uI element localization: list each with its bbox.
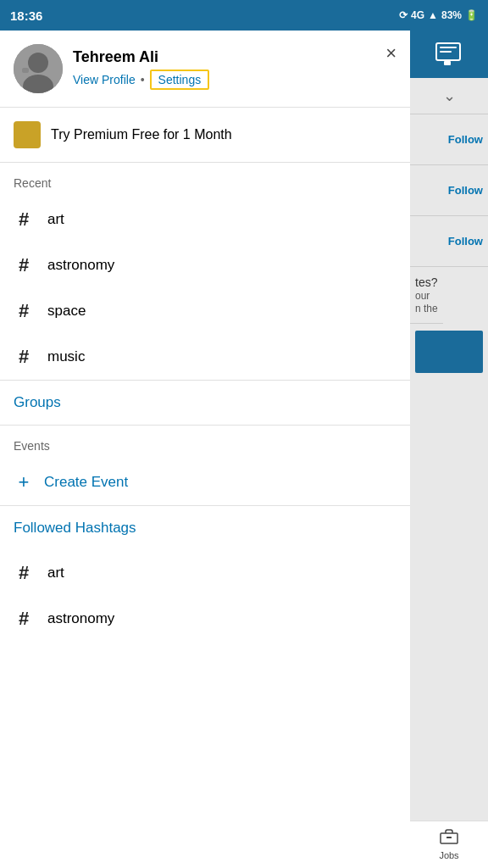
followed-hashtag-icon-1: # xyxy=(14,562,34,584)
rotate-icon: ⟳ xyxy=(399,9,408,21)
jobs-label: Jobs xyxy=(439,850,458,860)
view-profile-link[interactable]: View Profile xyxy=(73,73,136,86)
profile-info: Tehreem Ali View Profile • Settings xyxy=(73,48,396,90)
svg-rect-6 xyxy=(440,51,452,53)
dot-separator: • xyxy=(141,73,145,86)
battery-icon: 🔋 xyxy=(465,9,478,21)
followed-hashtag-label-1: art xyxy=(47,565,64,581)
battery-level: 83% xyxy=(441,9,462,21)
events-section-label: Events xyxy=(0,426,410,459)
close-button[interactable]: × xyxy=(385,44,396,63)
hashtag-item-astronomy-recent[interactable]: # astronomy xyxy=(0,242,410,288)
jobs-icon xyxy=(440,829,458,849)
premium-banner[interactable]: Try Premium Free for 1 Month xyxy=(0,108,410,163)
avatar xyxy=(14,44,63,93)
follow-row-3: Follow xyxy=(410,216,488,267)
follow-row-1: Follow xyxy=(410,114,488,165)
profile-links: View Profile • Settings xyxy=(73,70,396,90)
groups-link[interactable]: Groups xyxy=(0,381,410,425)
hashtag-label-3: space xyxy=(47,303,86,320)
jobs-bar[interactable]: Jobs xyxy=(410,821,488,868)
followed-hashtag-icon-2: # xyxy=(14,608,34,630)
hashtag-label-1: art xyxy=(47,211,64,228)
status-time: 18:36 xyxy=(10,8,42,23)
recent-section-label: Recent xyxy=(0,163,410,197)
create-event-label: Create Event xyxy=(44,474,128,491)
svg-rect-3 xyxy=(22,68,29,73)
hashtag-item-art-recent[interactable]: # art xyxy=(0,197,410,242)
followed-hashtags-section: Followed Hashtags # art # astronomy xyxy=(0,506,410,642)
chevron-down-icon[interactable]: ⌄ xyxy=(443,86,456,105)
recent-section: Recent # art # astronomy # space # music xyxy=(0,163,410,380)
premium-icon xyxy=(14,121,41,148)
events-section: Events + Create Event xyxy=(0,426,410,505)
status-icons: ⟳ 4G ▲ 83% 🔋 xyxy=(399,9,478,21)
hashtag-icon-3: # xyxy=(14,300,34,322)
svg-point-1 xyxy=(28,53,48,73)
svg-rect-7 xyxy=(444,61,451,65)
settings-button[interactable]: Settings xyxy=(150,70,210,90)
hashtag-icon-4: # xyxy=(14,346,34,368)
followed-hashtag-art[interactable]: # art xyxy=(0,550,410,596)
svg-rect-9 xyxy=(446,837,452,838)
status-bar: 18:36 ⟳ 4G ▲ 83% 🔋 xyxy=(0,0,488,31)
right-panel: ⌄ Follow Follow Follow tes? our n the xyxy=(410,31,488,868)
follow-row-2: Follow xyxy=(410,165,488,216)
follow-button-1[interactable]: Follow xyxy=(448,130,483,149)
followed-hashtag-astronomy[interactable]: # astronomy xyxy=(0,596,410,642)
signal-bars-icon: ▲ xyxy=(428,9,438,21)
followed-hashtag-label-2: astronomy xyxy=(47,610,114,627)
profile-header: Tehreem Ali View Profile • Settings × xyxy=(0,31,410,108)
main-container: Tehreem Ali View Profile • Settings × Tr… xyxy=(0,31,488,868)
premium-text: Try Premium Free for 1 Month xyxy=(51,127,232,142)
follow-button-2[interactable]: Follow xyxy=(448,181,483,200)
hashtag-icon-2: # xyxy=(14,254,34,276)
signal-4g-icon: 4G xyxy=(411,9,424,21)
svg-rect-5 xyxy=(440,47,457,48)
create-event-button[interactable]: + Create Event xyxy=(0,459,410,505)
hashtag-item-space-recent[interactable]: # space xyxy=(0,288,410,334)
follow-button-3[interactable]: Follow xyxy=(448,231,483,251)
right-text-snippet-1: tes? our n the xyxy=(410,267,443,324)
hashtag-item-music-recent[interactable]: # music xyxy=(0,334,410,380)
followed-hashtags-link[interactable]: Followed Hashtags xyxy=(0,506,410,550)
message-icon-area[interactable] xyxy=(410,31,488,78)
profile-name: Tehreem Ali xyxy=(73,48,396,66)
hashtag-label-2: astronomy xyxy=(47,257,114,274)
plus-icon: + xyxy=(14,471,34,493)
hashtag-label-4: music xyxy=(47,348,85,365)
right-blue-block xyxy=(415,331,483,373)
hashtag-icon-1: # xyxy=(14,209,34,231)
drawer-panel: Tehreem Ali View Profile • Settings × Tr… xyxy=(0,31,410,868)
